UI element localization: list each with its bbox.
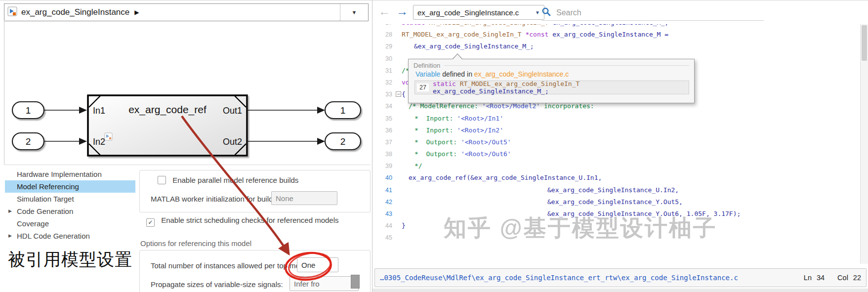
- worker-init-value: None: [276, 194, 293, 203]
- search-field[interactable]: [541, 5, 764, 21]
- code-text: ex_arg_code_ref(&ex_arg_code_SingleInsta…: [409, 172, 602, 184]
- line-number[interactable]: 38: [372, 148, 392, 160]
- code-line-36: 36* Inport: '<Root>/In2': [372, 125, 861, 136]
- outport-1-label: 1: [340, 105, 346, 116]
- file-path[interactable]: …0305_CodeReuse\MdlRef\ex_arg_code_Singl…: [380, 274, 738, 282]
- option-row-label: Propagate sizes of variable-size signals…: [151, 280, 283, 289]
- tooltip-line-number: 27: [417, 83, 429, 91]
- line-number[interactable]: 39: [372, 160, 392, 172]
- block-port-out2-label: Out2: [223, 137, 242, 147]
- code-line-39: 39*/: [372, 160, 861, 172]
- code-line-41: 41&ex_arg_code_SingleInstance_U.In2,: [372, 184, 861, 196]
- code-text: &ex_arg_code_SingleInstance_M_;: [414, 41, 534, 52]
- line-number[interactable]: 32: [372, 77, 392, 88]
- code-text: * Outport: '<Root>/Out6': [414, 148, 511, 160]
- block-name-label: ex_arg_code_ref: [128, 104, 207, 116]
- file-dropdown-value: ex_arg_code_SingleInstance.c: [417, 8, 519, 17]
- option-row-dropdown[interactable]: Infer fro: [289, 276, 359, 291]
- line-number[interactable]: 27: [372, 24, 392, 29]
- line-number[interactable]: 40: [372, 172, 392, 184]
- outport-2-label: 2: [340, 136, 346, 147]
- editor-scrollbar[interactable]: [860, 24, 868, 264]
- enable-parallel-builds-label: Enable parallel model reference builds: [172, 176, 298, 184]
- code-text: */: [414, 160, 422, 172]
- definition-tooltip: Definition Variable defined in ex_arg_co…: [408, 59, 695, 103]
- option-row-label: Total number of instances allowed per to…: [151, 261, 312, 270]
- sidebar-item-model-referencing[interactable]: Model Referencing: [5, 180, 135, 193]
- code-text: * Inport: '<Root>/In2': [414, 125, 503, 136]
- line-number[interactable]: 33: [372, 88, 392, 100]
- code-line-28: 28RT_MODEL_ex_arg_code_SingleIn_T *const…: [372, 29, 861, 41]
- tooltip-kind: Variable: [415, 70, 440, 78]
- tooltip-file-link[interactable]: ex_arg_code_SingleInstance.c: [474, 70, 569, 78]
- code-text: &ex_arg_code_SingleInstance_U.In2,: [547, 184, 679, 196]
- search-input[interactable]: [555, 8, 745, 18]
- line-number[interactable]: 44: [372, 220, 392, 232]
- config-sidebar: Hardware ImplementationModel Referencing…: [5, 168, 135, 242]
- sidebar-item-coverage[interactable]: Coverage: [5, 217, 135, 230]
- code-line-40: 40ex_arg_code_ref(&ex_arg_code_SingleIns…: [372, 172, 861, 184]
- code-line-35: 35* Inport: '<Root>/In1': [372, 113, 861, 125]
- parallel-build-row: Enable parallel model reference builds: [158, 176, 298, 184]
- option-row-value: Infer fro: [294, 280, 320, 288]
- enable-parallel-builds-checkbox[interactable]: [158, 176, 166, 184]
- sidebar-item-label: HDL Code Generation: [17, 232, 90, 240]
- code-line-38: 38* Outport: '<Root>/Out6': [372, 148, 861, 160]
- tooltip-code-row[interactable]: 27 static RT_MODEL_ex_arg_code_SingleIn_…: [414, 81, 689, 94]
- sidebar-item-simulation-target[interactable]: Simulation Target: [5, 193, 135, 205]
- screenshot-root: ex_arg_code_SingleInstance ▶ ▼ 1 2: [0, 0, 868, 292]
- code-text: * Outport: '<Root>/Out5': [414, 136, 511, 148]
- line-number[interactable]: 35: [372, 113, 392, 125]
- wire-in2-arrow-icon: [79, 138, 87, 145]
- window-footer-strip: [372, 289, 868, 292]
- wire-out1-arrow-icon: [317, 107, 325, 114]
- line-number[interactable]: 41: [372, 184, 392, 196]
- strict-scheduling-label: Enable strict scheduling checks for refe…: [161, 216, 338, 224]
- code-text: static RT_MODEL_ex_arg_code_SingleIn_T e…: [402, 24, 668, 29]
- sidebar-item-hdl-code-generation[interactable]: ▶HDL Code Generation: [5, 230, 135, 242]
- wire-out2-arrow-icon: [317, 138, 325, 145]
- scrollbar-thumb[interactable]: [351, 275, 360, 289]
- tooltip-notch-fill: [453, 54, 462, 60]
- line-number[interactable]: 42: [372, 196, 392, 208]
- editor-toolbar: ← → ex_arg_code_SingleInstance.c ▼: [372, 0, 861, 25]
- line-number[interactable]: 45: [372, 232, 392, 244]
- code-line-42: 42&ex_arg_code_SingleInstance_Y.Out5,: [372, 196, 861, 208]
- chinese-annotation: 被引用模型设置: [8, 248, 132, 271]
- sidebar-item-hardware-implementation[interactable]: Hardware Implementation: [5, 168, 135, 180]
- expand-arrow-icon[interactable]: ▶: [8, 230, 12, 242]
- tooltip-legend-row: Definition: [409, 59, 694, 69]
- code-line-37: 37* Outport: '<Root>/Out5': [372, 136, 861, 148]
- search-icon: [541, 7, 551, 19]
- watermark: 知乎 @基于模型设计柚子: [444, 213, 717, 244]
- editor-scrollbar-thumb[interactable]: [862, 25, 867, 61]
- option-row-value: One: [301, 261, 315, 269]
- line-number[interactable]: 34: [372, 100, 392, 112]
- code-text: RT_MODEL_ex_arg_code_SingleIn_T *const e…: [402, 29, 668, 41]
- fold-minus-icon[interactable]: −: [396, 91, 401, 97]
- line-number[interactable]: 43: [372, 208, 392, 220]
- tooltip-defined-in: defined in: [440, 70, 474, 78]
- code-text: &ex_arg_code_SingleInstance_Y.Out5,: [547, 196, 683, 208]
- code-line-27: 27static RT_MODEL_ex_arg_code_SingleIn_T…: [372, 24, 861, 29]
- sidebar-item-code-generation[interactable]: ▶Code Generation: [5, 205, 135, 217]
- strict-scheduling-checkbox[interactable]: ✓: [146, 218, 155, 227]
- back-arrow-icon[interactable]: ←: [378, 4, 390, 18]
- forward-arrow-icon[interactable]: →: [396, 4, 408, 18]
- line-number[interactable]: 36: [372, 125, 392, 136]
- sidebar-item-label: Hardware Implementation: [17, 170, 102, 178]
- tooltip-code-text: static RT_MODEL_ex_arg_code_SingleIn_T e…: [433, 80, 689, 95]
- option-row-dropdown[interactable]: One: [297, 257, 338, 272]
- worker-init-dropdown[interactable]: None: [271, 191, 337, 205]
- file-dropdown[interactable]: ex_arg_code_SingleInstance.c ▼: [413, 5, 544, 20]
- line-number[interactable]: 29: [372, 41, 392, 52]
- code-editor-panel: ← → ex_arg_code_SingleInstance.c ▼ 27sta…: [372, 0, 868, 292]
- wire-in1-arrow-icon: [79, 107, 87, 114]
- cursor-position: Ln 34 Col 22: [804, 274, 861, 282]
- line-label: Ln: [804, 274, 812, 282]
- line-number[interactable]: 31: [372, 65, 392, 77]
- line-number[interactable]: 30: [372, 53, 392, 65]
- expand-arrow-icon[interactable]: ▶: [8, 205, 12, 217]
- line-number[interactable]: 28: [372, 29, 392, 41]
- line-number[interactable]: 37: [372, 136, 392, 148]
